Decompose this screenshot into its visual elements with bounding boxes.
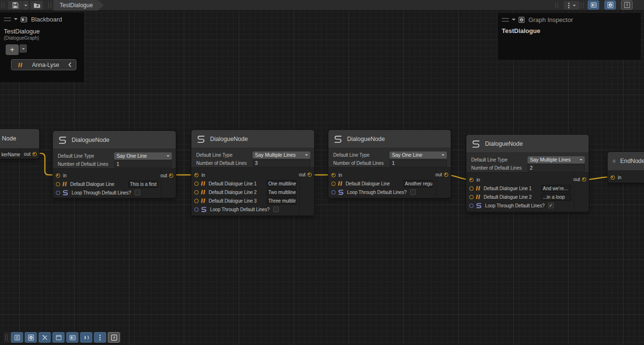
line-port[interactable]: [194, 182, 199, 186]
dialogue-node-icon: [612, 157, 616, 165]
toggle-blackboard-button[interactable]: [588, 0, 599, 10]
node-ports: inDefault Dialogue LineThis is a firstLo…: [53, 169, 176, 198]
kebab-icon: [568, 2, 570, 9]
loop-label: Loop Through Default Lines?: [485, 203, 545, 208]
dialogue-node[interactable]: DialogueNode Default Line TypeSay Multip…: [466, 134, 589, 212]
toolbar-drag-handle-right[interactable]: [555, 2, 558, 8]
out-port[interactable]: [307, 172, 312, 177]
prop-label: Default Line Type: [333, 152, 390, 158]
in-port[interactable]: [611, 175, 615, 180]
node-title: Node: [2, 135, 16, 142]
node-properties: Default Line TypeSay One LineNumber of D…: [328, 148, 451, 168]
line-port[interactable]: [469, 195, 474, 199]
toolbar-drag-handle[interactable]: [1, 2, 4, 8]
line-port[interactable]: [331, 182, 336, 186]
play-button[interactable]: [80, 332, 92, 343]
dialogue-node[interactable]: DialogueNode Default Line TypeSay One Li…: [53, 130, 176, 198]
in-port[interactable]: [469, 178, 474, 182]
line-value-field[interactable]: ...in a loop: [541, 194, 571, 201]
tools-button[interactable]: [39, 332, 51, 343]
dialogue-node-icon: [333, 135, 343, 143]
loop-checkbox[interactable]: ✓: [548, 203, 554, 208]
loop-port[interactable]: [331, 190, 336, 194]
line-label: Default Dialogue Line 3: [209, 198, 257, 204]
end-node[interactable]: EndNode in: [607, 151, 644, 183]
dialogue-node[interactable]: DialogueNode Default Line TypeSay Multip…: [191, 129, 315, 216]
toggle-preview-button[interactable]: [621, 0, 633, 10]
blackboard-icon: [69, 334, 76, 341]
out-port[interactable]: [169, 173, 173, 178]
open-folder-button[interactable]: [31, 1, 43, 10]
num-lines-field[interactable]: 1: [114, 161, 172, 168]
speaker-node[interactable]: Node kerName out: [0, 129, 40, 159]
hamburger-icon: [4, 18, 11, 21]
blackboard-graph-type: (DialogueGraph): [0, 35, 84, 41]
loop-port[interactable]: [194, 207, 199, 212]
line-label: Default Dialogue Line: [70, 182, 114, 187]
add-property-button[interactable]: +: [6, 44, 19, 55]
line-port[interactable]: [56, 182, 60, 186]
chevron-left-icon[interactable]: [68, 62, 72, 67]
out-port[interactable]: [444, 172, 448, 177]
line-value-field[interactable]: Three multilin: [267, 197, 296, 205]
line-port[interactable]: [194, 199, 199, 203]
num-lines-field[interactable]: 2: [528, 164, 585, 172]
line-type-dropdown[interactable]: Say One Line: [114, 152, 172, 160]
collapse-triangle-icon[interactable]: [14, 18, 18, 22]
line-value-field[interactable]: Another regu: [403, 180, 433, 187]
graph-inspector-panel: Graph Inspector TestDialogue: [498, 13, 641, 60]
line-type-dropdown[interactable]: Say Multiple Lines: [253, 151, 310, 159]
line-type-dropdown[interactable]: Say Multiple Lines: [528, 156, 585, 163]
loop-checkbox[interactable]: [273, 206, 279, 212]
node-title-bar[interactable]: DialogueNode: [191, 130, 314, 148]
line-port[interactable]: [469, 186, 474, 191]
toggle-inspector-button[interactable]: [604, 0, 616, 10]
overflow-menu-button[interactable]: [564, 1, 580, 10]
out-port[interactable]: [582, 177, 586, 182]
out-port[interactable]: [32, 152, 37, 156]
node-title-bar[interactable]: DialogueNode: [53, 131, 176, 149]
dialogue-node-icon: [196, 135, 206, 143]
collapse-triangle-icon[interactable]: [512, 19, 516, 22]
node-title-bar[interactable]: DialogueNode: [466, 135, 589, 153]
in-port[interactable]: [194, 173, 199, 177]
save-dropdown-button[interactable]: [22, 1, 29, 10]
window-button[interactable]: [53, 332, 64, 343]
toggle-inspector-button-bottom[interactable]: [25, 332, 37, 343]
save-button[interactable]: [8, 1, 22, 10]
line-value-field[interactable]: Two multiline: [267, 189, 296, 196]
loop-port[interactable]: [56, 191, 60, 195]
add-property-dropdown[interactable]: [20, 44, 27, 53]
num-lines-field[interactable]: 1: [390, 160, 447, 167]
toggle-blackboard-button-bottom[interactable]: [66, 332, 78, 343]
in-port[interactable]: [56, 173, 60, 178]
plus-icon: +: [10, 45, 14, 54]
loop-checkbox[interactable]: [410, 189, 416, 195]
bottom-toolbar-drag-handle[interactable]: [5, 334, 8, 341]
in-port[interactable]: [331, 173, 336, 177]
out-port-label: out: [573, 177, 580, 182]
tab-testdialogue[interactable]: TestDialogue: [53, 0, 104, 11]
line-value-field[interactable]: And we're...: [541, 185, 571, 192]
overflow-menu-button-bottom[interactable]: [94, 332, 106, 343]
toggle-minimap-button[interactable]: [11, 332, 23, 343]
prop-label: Default Line Type: [196, 152, 253, 158]
line-type-dropdown[interactable]: Say One Line: [390, 151, 447, 159]
dialogue-node[interactable]: DialogueNode Default Line TypeSay One Li…: [328, 129, 451, 198]
node-title-bar[interactable]: DialogueNode: [328, 130, 451, 148]
blackboard-header[interactable]: Blackboard: [0, 12, 84, 25]
info-icon: [518, 17, 525, 23]
toolbar-separator-right: [581, 2, 584, 8]
loop-checkbox[interactable]: [135, 190, 140, 195]
line-port[interactable]: [194, 190, 199, 194]
num-lines-field[interactable]: 3: [253, 160, 310, 167]
blackboard-graph-name: TestDialogue: [0, 25, 84, 35]
loop-port[interactable]: [469, 204, 474, 208]
inspector-header[interactable]: Graph Inspector: [498, 13, 641, 25]
node-title: DialogueNode: [485, 140, 523, 147]
line-value-field[interactable]: This is a first: [128, 181, 158, 188]
node-title: DialogueNode: [347, 136, 385, 142]
exposed-property-pill[interactable]: Anna-Lyse: [11, 59, 76, 70]
preview-button-bottom[interactable]: [108, 332, 120, 343]
line-value-field[interactable]: One multiline: [267, 180, 296, 187]
